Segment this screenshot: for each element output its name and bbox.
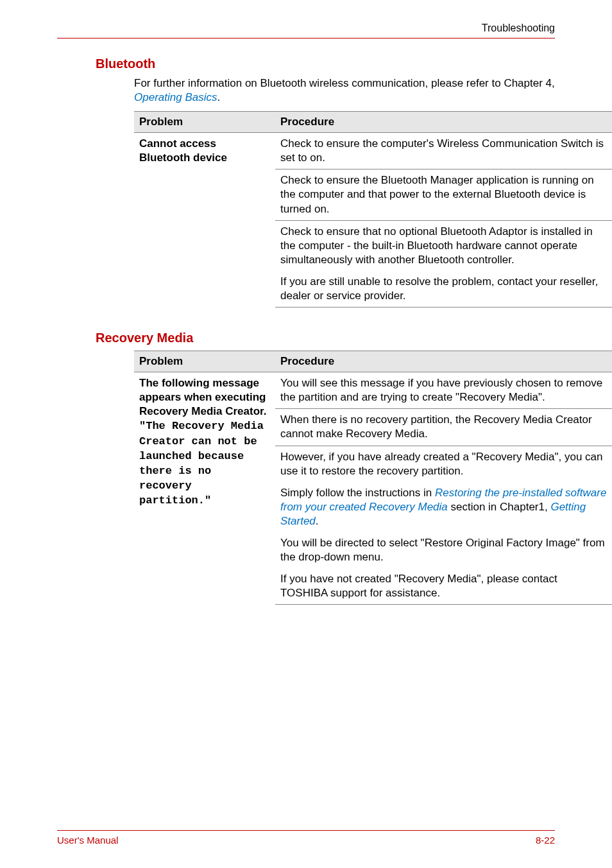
footer-left: User's Manual (57, 835, 118, 846)
recovery-problem: The following message appears when execu… (134, 372, 275, 605)
section-heading-recovery: Recovery Media (96, 331, 555, 345)
recovery-procedure-5: You will be directed to select "Restore … (275, 532, 612, 568)
col-header-problem-2: Problem (134, 351, 275, 372)
page-footer: User's Manual 8-22 (57, 830, 555, 846)
section-heading-bluetooth: Bluetooth (96, 56, 555, 71)
bluetooth-intro: For further information on Bluetooth wir… (134, 76, 555, 105)
bluetooth-procedure-1: Check to ensure the computer's Wireless … (275, 133, 612, 169)
bluetooth-procedure-3: Check to ensure that no optional Bluetoo… (275, 220, 612, 271)
recovery-procedure-6: If you have not created "Recovery Media"… (275, 568, 612, 605)
col-header-problem: Problem (134, 112, 275, 133)
recovery-procedure-2: When there is no recovery partition, the… (275, 409, 612, 446)
bluetooth-intro-prefix: For further information on Bluetooth wir… (134, 77, 555, 89)
recovery-procedure-3: However, if you have already created a "… (275, 446, 612, 482)
recovery-proc4-suffix: . (316, 515, 319, 527)
page-header: Troubleshooting (57, 22, 555, 39)
recovery-proc4-prefix: Simply follow the instructions in (280, 487, 435, 499)
bluetooth-procedure-4: If you are still unable to resolve the p… (275, 271, 612, 308)
recovery-procedure-1: You will see this message if you have pr… (275, 372, 612, 409)
bluetooth-procedure-2: Check to ensure the Bluetooth Manager ap… (275, 169, 612, 220)
bluetooth-table: Problem Procedure Cannot access Bluetoot… (134, 111, 612, 308)
col-header-procedure-2: Procedure (275, 351, 612, 372)
col-header-procedure: Procedure (275, 112, 612, 133)
recovery-procedure-4: Simply follow the instructions in Restor… (275, 482, 612, 532)
recovery-problem-part2: "The Recovery Media Creator can not be l… (139, 420, 264, 506)
bluetooth-problem: Cannot access Bluetooth device (134, 133, 275, 308)
footer-right: 8-22 (536, 835, 555, 846)
recovery-problem-part1: The following message appears when execu… (139, 377, 266, 417)
link-operating-basics[interactable]: Operating Basics (134, 91, 217, 103)
recovery-table: Problem Procedure The following message … (134, 351, 612, 605)
header-label: Troubleshooting (482, 22, 555, 34)
recovery-proc4-mid: section in Chapter1, (448, 501, 551, 513)
bluetooth-intro-suffix: . (217, 91, 220, 103)
